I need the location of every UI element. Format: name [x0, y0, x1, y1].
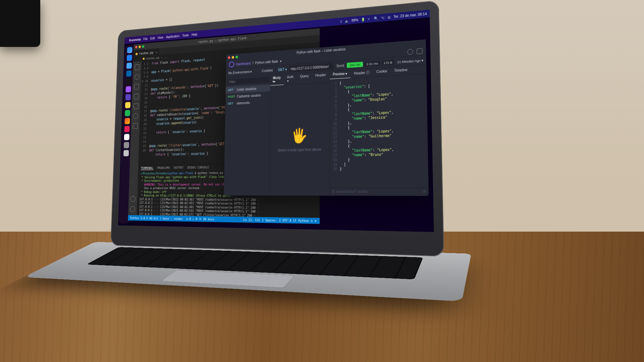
time-pill: 2.01 ms: [364, 60, 380, 67]
crumb-sep: /: [253, 61, 254, 65]
monitor-corner: [0, 0, 40, 47]
send-button[interactable]: Send: [334, 63, 347, 68]
method-selector[interactable]: GET ▾: [276, 67, 289, 72]
status-right-block[interactable]: Ln 11, Col 1 Spaces: 2 UTF-8 LF Python ☺…: [244, 218, 317, 223]
tab-close-icon[interactable]: ×: [156, 51, 157, 54]
menubar-item-view[interactable]: View: [158, 36, 164, 40]
dock-item-trash[interactable]: [123, 150, 129, 156]
search-icon[interactable]: 🔍: [374, 16, 378, 20]
battery-icon[interactable]: 🔋: [361, 17, 365, 21]
resp-tab-header[interactable]: Header ⓘ: [351, 68, 373, 78]
resp-tab-cookie[interactable]: Cookie: [373, 67, 391, 76]
env-picker[interactable]: No Environment ▾: [228, 70, 252, 75]
dock-item-notes[interactable]: [125, 102, 130, 108]
laptop-lid: Insomnia File Edit View Application Tool…: [110, 0, 444, 257]
request-item-label: olamundo: [236, 101, 250, 105]
response-footer: $ .store.books[*].author ⧉: [330, 187, 429, 196]
copy-icon[interactable]: ⧉: [423, 190, 426, 194]
menubar-clock[interactable]: Ter. 23 de mar. 08:14: [393, 12, 427, 18]
req-tab-header[interactable]: Header: [312, 71, 329, 83]
accounts-icon[interactable]: [130, 196, 136, 202]
empty-body-state: 🖐 Select a body type from above: [270, 83, 329, 196]
insomnia-window: Python with flask – Listar usuários Dash…: [224, 40, 429, 196]
scm-icon[interactable]: [134, 84, 139, 89]
crumb-dashboard[interactable]: Dashboard: [236, 61, 251, 66]
menubar-item-tools[interactable]: Tools: [182, 33, 189, 37]
search-icon[interactable]: [135, 74, 140, 80]
dock-item-calendar[interactable]: [124, 134, 129, 140]
jsonpath-hint[interactable]: $ .store.books[*].author: [332, 190, 368, 194]
empty-body-text: Select a body type from above: [278, 147, 321, 152]
zoom-icon[interactable]: [235, 56, 238, 58]
window-traffic-lights: [228, 56, 238, 59]
method-badge-post: POST: [228, 95, 235, 99]
menubar-app-name[interactable]: Insomnia: [129, 38, 141, 42]
status-python-env[interactable]: Python 3.8.5 64-bit ('base': conda): [130, 216, 183, 220]
menubar-item-help[interactable]: Help: [192, 33, 197, 37]
insomnia-request-pane: Body ▾ Auth ▾ Query Header 🖐 Select a bo…: [270, 71, 330, 196]
req-tab-body[interactable]: Body ▾: [271, 74, 284, 86]
req-tab-auth[interactable]: Auth ▾: [284, 73, 297, 85]
panel-tab-debug-console[interactable]: DEBUG CONSOLE: [187, 165, 209, 169]
dock-item-insomnia[interactable]: [125, 94, 131, 100]
dock-item-finder[interactable]: [127, 47, 132, 53]
db-icon[interactable]: [133, 123, 138, 129]
method-badge-get: GET: [228, 88, 235, 92]
crumb-project[interactable]: Python with flask: [255, 59, 278, 65]
dock-item-figma[interactable]: [125, 86, 131, 93]
macos-desktop: Insomnia File Edit View Application Tool…: [118, 10, 434, 232]
explorer-icon[interactable]: [135, 64, 140, 70]
chevron-down-icon[interactable]: ▾: [280, 59, 282, 63]
remote-icon[interactable]: [133, 113, 138, 119]
method-badge-get: GET: [228, 102, 235, 106]
request-item-label: Cadastrar usuário: [237, 94, 261, 98]
dock-item-terminal[interactable]: [126, 78, 131, 84]
minimize-icon[interactable]: [139, 46, 141, 48]
panel-tab-problems[interactable]: PROBLEMS: [157, 166, 170, 170]
run-debug-icon[interactable]: [134, 94, 139, 99]
menubar-item-application[interactable]: Application: [166, 34, 179, 39]
dock-item-settings[interactable]: [124, 142, 129, 148]
url-input[interactable]: [289, 63, 334, 72]
response-tabs: Preview ▾ Header ⓘ Cookie Timeline: [329, 65, 426, 80]
bluetooth-icon[interactable]: ᛒ: [340, 19, 342, 23]
resp-tab-preview[interactable]: Preview ▾: [329, 70, 351, 79]
control-center-icon[interactable]: ⌥: [381, 15, 385, 19]
resp-tab-timeline[interactable]: Timeline: [391, 66, 411, 76]
dock-item-spotify[interactable]: [125, 110, 130, 116]
close-icon[interactable]: [228, 56, 230, 59]
settings-icon[interactable]: [130, 206, 135, 212]
status-code-pill: 200 OK: [347, 62, 363, 68]
account-icon[interactable]: [417, 48, 422, 54]
sidebar-filter-input[interactable]: [227, 77, 269, 85]
request-item-label: Listar usuários: [237, 87, 256, 92]
insomnia-logo-icon[interactable]: [229, 61, 234, 67]
extensions-icon[interactable]: [133, 103, 139, 109]
dock-item-slack[interactable]: [124, 126, 129, 132]
dock-item-mail[interactable]: [126, 62, 132, 69]
request-list: GETListar usuáriosPOSTCadastrar usuárioG…: [225, 84, 270, 107]
dock-item-vscode[interactable]: [126, 70, 131, 77]
response-json-view[interactable]: 1{ 2 "usuarios": [ 3 { 4 "lastName": "Lo…: [329, 74, 428, 187]
panel-tab-output[interactable]: OUTPUT: [174, 166, 183, 170]
menubar-item-edit[interactable]: Edit: [150, 36, 155, 40]
siri-icon[interactable]: ◎: [387, 15, 390, 19]
python-file-icon: [143, 57, 145, 60]
sound-icon[interactable]: 🔈: [345, 19, 349, 23]
dock-item-chrome[interactable]: [124, 118, 130, 124]
insomnia-sidebar: ⊕ ▾ GETListar usuáriosPOSTCadastrar usuá…: [224, 75, 271, 195]
req-tab-query[interactable]: Query: [297, 72, 312, 84]
history-dropdown[interactable]: 11 Minutes Ago ▾: [394, 55, 426, 67]
dock-item-safari[interactable]: [127, 55, 132, 61]
vscode-tab-label: routes.py: [139, 51, 153, 55]
panel-tab-terminal[interactable]: TERMINAL: [141, 166, 153, 170]
size-pill: 172 B: [381, 59, 394, 65]
wifi-icon[interactable]: ᯤ: [368, 17, 371, 21]
sync-icon[interactable]: [407, 49, 413, 55]
status-problems[interactable]: ⊘ 0 ⚠ 0 ⏱ 26 mins: [186, 217, 214, 221]
minimize-icon[interactable]: [232, 56, 234, 59]
close-icon[interactable]: [135, 46, 137, 49]
menubar-item-file[interactable]: File: [143, 37, 148, 41]
cookies-button[interactable]: Cookies: [262, 68, 273, 73]
zoom-icon[interactable]: [142, 45, 144, 48]
